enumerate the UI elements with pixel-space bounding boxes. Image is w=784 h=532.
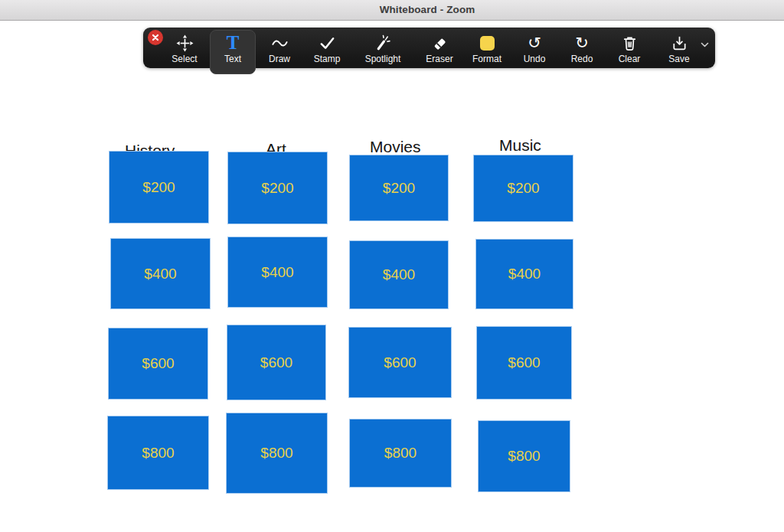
text-icon: T — [227, 33, 240, 53]
tool-label: Clear — [619, 54, 641, 64]
tool-label: Text — [224, 54, 241, 64]
card-movies-600[interactable]: $600 — [348, 327, 452, 398]
tool-label: Stamp — [314, 54, 341, 64]
eraser-icon — [431, 33, 449, 53]
card-music-200[interactable]: $200 — [473, 155, 573, 222]
tool-label: Save — [668, 54, 689, 64]
card-art-200[interactable]: $200 — [227, 152, 328, 224]
card-art-600[interactable]: $600 — [227, 325, 326, 400]
card-art-400[interactable]: $400 — [227, 237, 328, 308]
window-titlebar: Whiteboard - Zoom — [0, 0, 784, 21]
tool-text[interactable]: T Text — [208, 28, 257, 68]
trash-icon — [621, 33, 639, 53]
card-movies-200[interactable]: $200 — [349, 155, 449, 221]
tool-label: Eraser — [426, 54, 452, 64]
card-history-800[interactable]: $800 — [107, 416, 209, 490]
tool-select[interactable]: Select — [160, 28, 209, 68]
tool-draw[interactable]: Draw — [255, 28, 304, 68]
tool-save[interactable]: Save — [652, 28, 706, 68]
column-header-movies[interactable]: Movies — [370, 138, 421, 156]
card-movies-400[interactable]: $400 — [349, 240, 449, 309]
magic-wand-icon — [374, 33, 392, 53]
card-history-600[interactable]: $600 — [108, 328, 208, 400]
card-music-400[interactable]: $400 — [475, 239, 573, 309]
tool-undo[interactable]: ↺ Undo — [510, 28, 559, 68]
tool-stamp[interactable]: Stamp — [302, 28, 351, 68]
wave-icon — [271, 33, 289, 53]
save-dropdown-chevron-icon[interactable] — [701, 38, 709, 51]
checkmark-icon — [318, 33, 336, 53]
tool-label: Spotlight — [365, 54, 401, 64]
card-music-800[interactable]: $800 — [478, 420, 570, 492]
undo-arrow-icon: ↺ — [528, 33, 541, 53]
move-icon — [176, 33, 194, 53]
card-music-600[interactable]: $600 — [476, 326, 572, 400]
card-history-400[interactable]: $400 — [110, 238, 211, 309]
tool-label: Draw — [269, 54, 290, 64]
tool-spotlight[interactable]: Spotlight — [358, 28, 407, 68]
whiteboard-toolbar: Select T Text Draw Stamp — [143, 28, 715, 68]
tool-eraser[interactable]: Eraser — [415, 28, 464, 68]
whiteboard-canvas[interactable]: History Art Movies Music $200 $400 $600 … — [0, 21, 784, 532]
card-art-800[interactable]: $800 — [226, 413, 328, 494]
tool-clear[interactable]: Clear — [605, 28, 654, 68]
card-movies-800[interactable]: $800 — [349, 419, 452, 488]
tool-label: Undo — [524, 54, 546, 64]
tool-redo[interactable]: ↻ Redo — [557, 28, 606, 68]
tool-format[interactable]: Format — [462, 28, 511, 68]
tool-label: Format — [472, 54, 501, 64]
color-swatch-icon — [480, 33, 495, 53]
card-history-200[interactable]: $200 — [109, 151, 209, 224]
redo-arrow-icon: ↻ — [575, 33, 589, 53]
window-title: Whiteboard - Zoom — [0, 4, 784, 15]
tool-label: Redo — [571, 54, 593, 64]
column-header-music[interactable]: Music — [499, 136, 541, 155]
close-icon — [152, 34, 159, 41]
tool-label: Select — [172, 54, 197, 64]
download-icon — [671, 33, 688, 53]
